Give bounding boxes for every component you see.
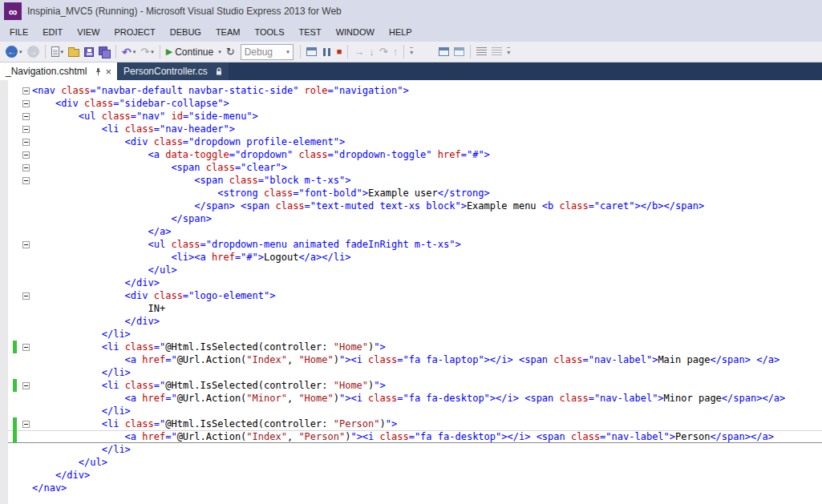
code-line[interactable]: <div class="sidebar-collapse"> bbox=[8, 97, 822, 110]
menu-item-view[interactable]: VIEW bbox=[70, 22, 107, 42]
code-line[interactable]: <div class="dropdown profile-element"> bbox=[8, 135, 822, 148]
code-line[interactable]: <a data-toggle="dropdown" class="dropdow… bbox=[8, 148, 822, 161]
code-line[interactable]: </div> bbox=[8, 276, 822, 289]
code-line[interactable]: </li> bbox=[8, 366, 822, 379]
fold-margin bbox=[19, 212, 32, 225]
visual-studio-logo: ∞ bbox=[4, 2, 22, 20]
navigate-backward-button[interactable]: ←▾ bbox=[3, 43, 25, 61]
code-line[interactable]: </span> <span class="text-muted text-xs … bbox=[8, 200, 822, 212]
fold-collapse-button[interactable] bbox=[19, 379, 32, 392]
fold-collapse-button[interactable] bbox=[19, 135, 32, 148]
code-line[interactable]: </a> bbox=[8, 225, 822, 238]
fold-collapse-button[interactable] bbox=[19, 238, 32, 251]
fold-collapse-button[interactable] bbox=[19, 417, 32, 430]
open-file-button[interactable] bbox=[66, 43, 82, 61]
menu-item-project[interactable]: PROJECT bbox=[107, 22, 162, 42]
code-line[interactable]: <li><a href="#">Logout</a></li> bbox=[8, 251, 822, 264]
code-line[interactable]: </ul> bbox=[8, 264, 822, 276]
change-margin bbox=[8, 251, 19, 264]
code-line[interactable]: <div class="logo-element"> bbox=[8, 289, 822, 302]
menu-item-tools[interactable]: TOOLS bbox=[247, 22, 291, 42]
fold-collapse-button[interactable] bbox=[19, 161, 32, 174]
menu-item-test[interactable]: TEST bbox=[292, 22, 329, 42]
code-line[interactable]: <ul class="dropdown-menu animated fadeIn… bbox=[8, 238, 822, 251]
code-line[interactable]: <a href="@Url.Action("Minor", "Home")"><… bbox=[8, 392, 822, 405]
fold-collapse-button[interactable] bbox=[19, 148, 32, 161]
change-margin bbox=[8, 392, 19, 405]
step-over-button[interactable]: ↷ bbox=[377, 43, 391, 61]
code-line[interactable]: </span> bbox=[8, 212, 822, 225]
new-file-button[interactable]: ▾ bbox=[49, 43, 67, 61]
toolbar-overflow-button-2[interactable]: ▾ bbox=[507, 47, 510, 56]
code-line[interactable]: <nav class="navbar-default navbar-static… bbox=[8, 84, 822, 97]
fold-collapse-button[interactable] bbox=[19, 289, 32, 302]
continue-button[interactable]: ▶Continue▾ bbox=[164, 43, 224, 61]
code-line[interactable]: </li> bbox=[8, 405, 822, 417]
team-explorer-button[interactable] bbox=[451, 43, 467, 61]
code-line[interactable]: </li> bbox=[8, 443, 822, 456]
solution-configuration-dropdown[interactable]: Debug▾ bbox=[241, 44, 294, 60]
step-into-button[interactable]: ↓ bbox=[366, 43, 377, 61]
fold-collapse-button[interactable] bbox=[19, 174, 32, 187]
comment-selection-button[interactable] bbox=[474, 43, 489, 61]
navigate-forward-button[interactable]: → bbox=[25, 43, 42, 61]
code-text: <a href="@Url.Action("Minor", "Home")"><… bbox=[32, 392, 785, 405]
code-line[interactable]: </nav> bbox=[8, 482, 822, 494]
close-icon[interactable]: × bbox=[105, 67, 111, 77]
code-text: </nav> bbox=[32, 482, 67, 494]
change-tracking-bar bbox=[8, 379, 19, 392]
menu-item-help[interactable]: HELP bbox=[382, 22, 419, 42]
undo-button[interactable]: ↶▾ bbox=[119, 43, 138, 61]
show-next-statement-button[interactable]: → bbox=[351, 43, 366, 61]
toolbar-separator bbox=[403, 45, 404, 58]
tab-navigation-cshtml[interactable]: _Navigation.cshtml× bbox=[0, 62, 117, 80]
code-line[interactable]: <li class="@Html.IsSelected(controller: … bbox=[8, 379, 822, 392]
toolbar-overflow-button[interactable]: ▾ bbox=[410, 47, 413, 56]
menu-bar: FILEEDITVIEWPROJECTDEBUGTEAMTOOLSTESTWIN… bbox=[0, 22, 822, 42]
fold-collapse-button[interactable] bbox=[19, 84, 32, 97]
code-line[interactable]: IN+ bbox=[8, 302, 822, 315]
code-line[interactable]: <span class="block m-t-xs"> bbox=[8, 174, 822, 187]
code-line[interactable]: <li class="nav-header"> bbox=[8, 123, 822, 135]
comment-selection-icon bbox=[476, 47, 487, 56]
code-text: </a> bbox=[32, 225, 171, 238]
code-line[interactable]: <li class="@Html.IsSelected(controller: … bbox=[8, 417, 822, 430]
tab-label: PersonController.cs bbox=[124, 66, 208, 77]
save-all-button[interactable] bbox=[96, 43, 112, 61]
code-line[interactable]: <a href="@Url.Action("Index", "Person")"… bbox=[8, 430, 822, 443]
code-editor[interactable]: <nav class="navbar-default navbar-static… bbox=[0, 80, 822, 504]
code-line[interactable]: </div> bbox=[8, 469, 822, 482]
attach-to-process-button[interactable] bbox=[304, 43, 319, 61]
menu-item-team[interactable]: TEAM bbox=[209, 22, 248, 42]
code-line[interactable]: </ul> bbox=[8, 456, 822, 469]
fold-collapse-button[interactable] bbox=[19, 341, 32, 353]
menu-item-edit[interactable]: EDIT bbox=[35, 22, 70, 42]
menu-item-window[interactable]: WINDOW bbox=[329, 22, 382, 42]
code-line[interactable]: <span class="clear"> bbox=[8, 161, 822, 174]
step-out-button[interactable]: ↑ bbox=[391, 43, 401, 61]
redo-button[interactable]: ↷▾ bbox=[138, 43, 156, 61]
tab-personcontroller-cs[interactable]: PersonController.cs bbox=[118, 62, 229, 80]
code-line[interactable]: </div> bbox=[8, 315, 822, 328]
menu-item-file[interactable]: FILE bbox=[2, 22, 35, 42]
stop-debugging-button[interactable]: ■ bbox=[334, 43, 345, 61]
continue-icon: ▶ bbox=[166, 47, 172, 56]
code-line[interactable]: <ul class="nav" id="side-menu"> bbox=[8, 110, 822, 123]
solution-explorer-button[interactable] bbox=[436, 43, 451, 61]
uncomment-selection-button[interactable] bbox=[489, 43, 504, 61]
save-button[interactable] bbox=[82, 43, 96, 61]
code-line[interactable]: <strong class="font-bold">Example user</… bbox=[8, 187, 822, 200]
fold-collapse-button[interactable] bbox=[19, 123, 32, 135]
code-line[interactable]: <li class="@Html.IsSelected(controller: … bbox=[8, 341, 822, 353]
change-margin bbox=[8, 315, 19, 328]
fold-collapse-button[interactable] bbox=[19, 110, 32, 123]
browser-link-refresh-button[interactable]: ↻ bbox=[224, 43, 237, 61]
break-all-button[interactable] bbox=[319, 43, 334, 61]
menu-item-debug[interactable]: DEBUG bbox=[163, 22, 209, 42]
change-margin bbox=[8, 135, 19, 148]
code-line[interactable]: <a href="@Url.Action("Index", "Home")"><… bbox=[8, 353, 822, 366]
fold-collapse-button[interactable] bbox=[19, 97, 32, 110]
code-line[interactable]: </li> bbox=[8, 328, 822, 341]
change-margin bbox=[8, 110, 19, 123]
pin-icon[interactable] bbox=[94, 67, 103, 76]
